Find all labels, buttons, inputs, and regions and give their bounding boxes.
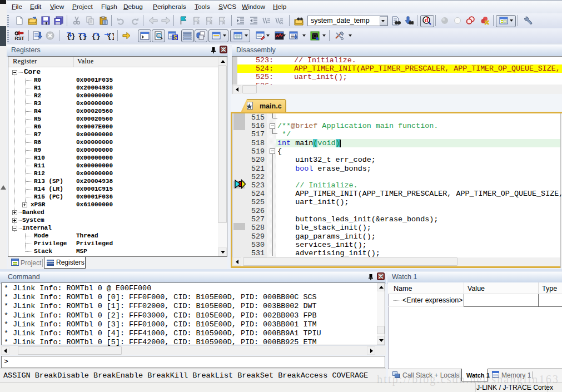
svg-text:{}: {} [107, 32, 114, 41]
svg-text:d: d [425, 16, 429, 24]
svg-text:RST: RST [15, 36, 25, 41]
svg-text:S: S [173, 34, 177, 41]
